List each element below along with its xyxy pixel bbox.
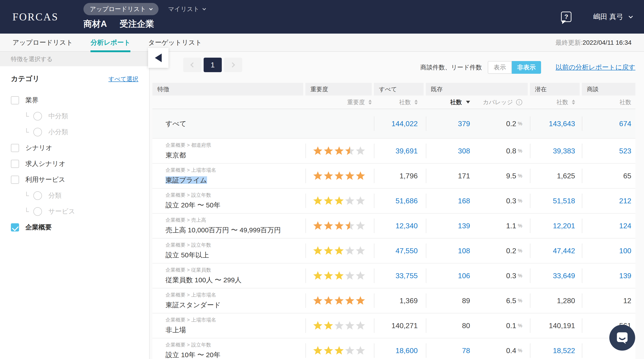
sort-header-社数[interactable]: 社数	[374, 96, 426, 109]
all-count[interactable]: 39,691	[396, 147, 418, 155]
sidebar-item-シナリオ[interactable]: シナリオ	[11, 143, 138, 153]
all-count[interactable]: 144,022	[392, 120, 418, 128]
potential-count[interactable]: 39,383	[553, 147, 575, 155]
feature-name: 非上場	[166, 325, 216, 335]
select-all-link[interactable]: すべて選択	[108, 75, 138, 83]
half-star-icon	[345, 146, 355, 155]
existing-count[interactable]: 108	[458, 247, 470, 255]
sidebar-item-label: 分類	[48, 191, 62, 200]
app-root: FORCAS アップロードリスト マイリスト 商材A受注企業 ? 嶋田 真弓	[0, 0, 644, 359]
radio-icon[interactable]	[33, 191, 42, 200]
sort-header-社数[interactable]: 社数	[530, 96, 582, 109]
deal-count-cell: 674	[582, 109, 636, 138]
sidebar-item-サービス[interactable]: └サービス	[11, 206, 138, 216]
feature-category-path: 企業概要 > 設立年数	[166, 341, 220, 348]
star-icon	[345, 296, 355, 305]
checkbox-icon[interactable]	[11, 223, 19, 231]
existing-count[interactable]: 106	[458, 272, 470, 280]
user-menu[interactable]: 嶋田 真弓	[593, 12, 632, 22]
percent-sign: %	[518, 323, 522, 328]
sidebar-item-label: 中分類	[48, 112, 68, 121]
sort-down-icon	[368, 103, 372, 105]
tab-分析レポート[interactable]: 分析レポート	[90, 34, 130, 52]
prev-page-button[interactable]	[183, 58, 201, 72]
all-count-cell: 144,022	[374, 109, 426, 138]
coverage-value: 0.4	[506, 346, 516, 355]
potential-count[interactable]: 33,649	[553, 272, 575, 280]
existing-count[interactable]: 78	[462, 346, 470, 355]
all-count[interactable]: 12,340	[396, 222, 418, 230]
all-count: 1,369	[400, 297, 418, 305]
help-icon[interactable]: ?	[561, 12, 572, 22]
sidebar-item-企業概要[interactable]: 企業概要	[11, 222, 138, 232]
sidebar-item-利用サービス[interactable]: 利用サービス	[11, 175, 138, 185]
deal-count[interactable]: 523	[619, 147, 631, 155]
deal-count[interactable]: 674	[619, 120, 631, 128]
all-count[interactable]: 47,550	[396, 247, 418, 255]
checkbox-icon[interactable]	[11, 144, 19, 152]
potential-count[interactable]: 12,201	[553, 222, 575, 230]
potential-count[interactable]: 18,522	[553, 346, 575, 355]
star-icon	[356, 321, 365, 330]
star-icon	[334, 221, 344, 230]
existing-count-cell: 78	[426, 338, 473, 359]
sidebar-item-中分類[interactable]: └中分類	[11, 111, 138, 121]
info-icon[interactable]: i	[516, 99, 522, 105]
table-row: 企業概要 > 売上高売上高 10,000百万円 〜 49,999百万円12,34…	[152, 214, 636, 238]
potential-count[interactable]: 143,643	[549, 120, 575, 128]
deal-count-cell: 124	[582, 214, 636, 238]
sort-header-社数[interactable]: 社数	[426, 96, 473, 109]
sidebar-item-label: 企業概要	[26, 223, 52, 232]
sort-header-label: 社数	[620, 98, 631, 106]
checkbox-icon[interactable]	[11, 176, 19, 184]
sort-header-カバレッジ[interactable]: カバレッジi	[473, 96, 530, 109]
my-list-dropdown[interactable]: マイリスト	[168, 5, 206, 13]
radio-icon[interactable]	[33, 128, 42, 136]
tree-branch-icon: └	[24, 112, 29, 120]
radio-icon[interactable]	[33, 207, 42, 216]
checkbox-icon[interactable]	[11, 160, 19, 168]
last-updated: 最終更新:2022/04/11 16:34	[555, 34, 632, 52]
show-toggle-button[interactable]: 表示	[488, 61, 512, 74]
column-header-feature: 特徴	[152, 83, 303, 96]
all-count[interactable]: 51,686	[396, 197, 418, 205]
upload-list-dropdown[interactable]: アップロードリスト	[84, 3, 158, 15]
deal-count[interactable]: 124	[619, 222, 631, 230]
existing-count[interactable]: 308	[458, 147, 470, 155]
tab-アップロードリスト[interactable]: アップロードリスト	[12, 34, 73, 52]
checkbox-icon[interactable]	[11, 96, 19, 104]
deal-count[interactable]: 139	[619, 272, 631, 280]
existing-count[interactable]: 139	[458, 222, 470, 230]
feature-cell: すべて	[152, 109, 306, 138]
existing-count[interactable]: 379	[458, 120, 470, 128]
potential-count[interactable]: 51,518	[553, 197, 575, 205]
importance-stars	[313, 196, 366, 205]
star-icon	[324, 346, 333, 355]
all-count[interactable]: 33,755	[396, 272, 418, 280]
potential-count-cell: 12,201	[530, 214, 582, 238]
existing-count[interactable]: 168	[458, 197, 470, 205]
sidebar-item-小分類[interactable]: └小分類	[11, 127, 138, 137]
all-count[interactable]: 18,600	[396, 346, 418, 355]
sidebar-item-業界[interactable]: 業界	[11, 95, 138, 105]
existing-count-cell: 379	[426, 109, 473, 138]
chat-launcher-button[interactable]	[609, 325, 635, 350]
percent-sign: %	[518, 148, 522, 154]
deal-count[interactable]: 212	[619, 197, 631, 205]
coverage-value: 0.2	[506, 120, 516, 128]
sort-up-icon	[572, 100, 575, 102]
radio-icon[interactable]	[33, 112, 42, 121]
deal-count-cell: 65	[582, 164, 636, 188]
deal-count[interactable]: 100	[619, 247, 631, 255]
sort-header-重要度[interactable]: 重要度	[306, 96, 374, 109]
previous-report-link[interactable]: 以前の分析レポートに戻す	[556, 63, 636, 72]
potential-count[interactable]: 47,442	[553, 247, 575, 255]
sidebar-item-求人シナリオ[interactable]: 求人シナリオ	[11, 159, 138, 169]
next-page-button[interactable]	[224, 58, 242, 72]
sidebar-item-分類[interactable]: └分類	[11, 191, 138, 201]
page-1-button[interactable]: 1	[204, 58, 222, 72]
hide-toggle-button[interactable]: 非表示	[512, 61, 541, 74]
sort-header-社数[interactable]: 社数	[582, 96, 636, 109]
sidebar-collapse-button[interactable]	[148, 48, 168, 68]
potential-count-cell: 51,518	[530, 189, 582, 213]
